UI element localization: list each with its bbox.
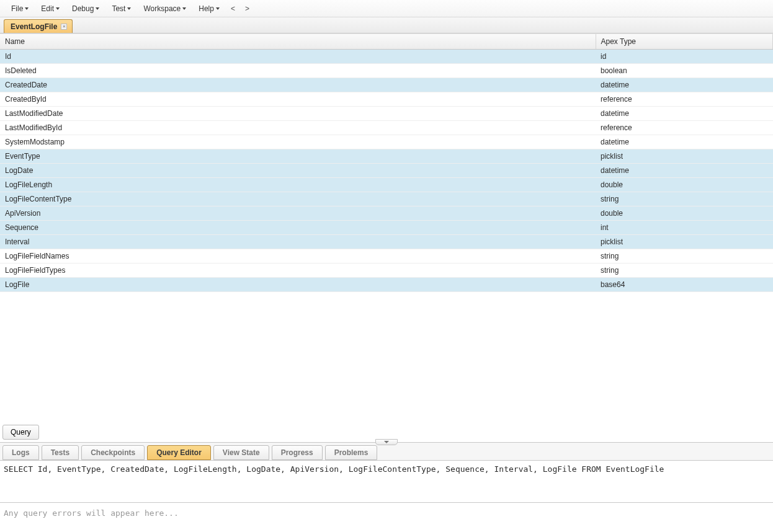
cell-name: LogFileContentType xyxy=(0,192,596,206)
menu-workspace[interactable]: Workspace xyxy=(137,2,192,16)
table-row[interactable]: Sequenceint xyxy=(0,221,773,235)
tab-title: EventLogFile xyxy=(11,22,57,31)
cell-name: LogFile xyxy=(0,278,596,292)
nav-forward-button[interactable]: > xyxy=(240,2,254,16)
cell-apextype: string xyxy=(596,249,773,264)
cell-apextype: int xyxy=(596,221,773,235)
cell-apextype: datetime xyxy=(596,135,773,149)
cell-name: LogFileFieldTypes xyxy=(0,264,596,278)
editor-tabstrip: EventLogFile × xyxy=(0,17,773,33)
cell-name: Sequence xyxy=(0,221,596,235)
table-row[interactable]: LogFileContentTypestring xyxy=(0,192,773,206)
cell-apextype: datetime xyxy=(596,107,773,121)
cell-apextype: double xyxy=(596,178,773,192)
bottom-tab-logs[interactable]: Logs xyxy=(2,445,39,460)
bottom-tab-progress[interactable]: Progress xyxy=(272,445,323,460)
table-row[interactable]: ApiVersiondouble xyxy=(0,206,773,221)
splitter-handle[interactable] xyxy=(375,439,398,445)
cell-apextype: picklist xyxy=(596,149,773,164)
bottom-tab-query-editor[interactable]: Query Editor xyxy=(147,445,211,460)
cell-name: IsDeleted xyxy=(0,64,596,78)
table-row[interactable]: Intervalpicklist xyxy=(0,235,773,249)
caret-icon xyxy=(25,7,29,10)
caret-icon xyxy=(96,7,99,10)
cell-apextype: double xyxy=(596,206,773,221)
cell-name: LogFileLength xyxy=(0,178,596,192)
cell-apextype: base64 xyxy=(596,278,773,292)
cell-apextype: string xyxy=(596,192,773,206)
cell-apextype: reference xyxy=(596,92,773,107)
menubar: File Edit Debug Test Workspace Help < > xyxy=(0,0,773,17)
column-header-name[interactable]: Name xyxy=(0,34,596,50)
tab-eventlogfile[interactable]: EventLogFile × xyxy=(4,19,73,33)
caret-icon xyxy=(56,7,60,10)
table-row[interactable]: IsDeletedboolean xyxy=(0,64,773,78)
cell-name: Interval xyxy=(0,235,596,249)
bottom-panel: LogsTestsCheckpointsQuery EditorView Sta… xyxy=(0,442,773,532)
table-row[interactable]: LogFileFieldNamesstring xyxy=(0,249,773,264)
cell-apextype: string xyxy=(596,264,773,278)
cell-name: ApiVersion xyxy=(0,206,596,221)
cell-name: CreatedDate xyxy=(0,78,596,92)
table-row[interactable]: LastModifiedByIdreference xyxy=(0,121,773,135)
table-row[interactable]: LastModifiedDatedatetime xyxy=(0,107,773,121)
table-row[interactable]: LogFileLengthdouble xyxy=(0,178,773,192)
bottom-tab-problems[interactable]: Problems xyxy=(325,445,378,460)
bottom-tab-view-state[interactable]: View State xyxy=(213,445,269,460)
cell-name: Id xyxy=(0,50,596,64)
bottom-tab-tests[interactable]: Tests xyxy=(42,445,79,460)
cell-name: EventType xyxy=(0,149,596,164)
menu-help[interactable]: Help xyxy=(192,2,226,16)
query-button[interactable]: Query xyxy=(2,425,39,440)
bottom-tab-checkpoints[interactable]: Checkpoints xyxy=(81,445,145,460)
table-row[interactable]: CreatedDatedatetime xyxy=(0,78,773,92)
cell-name: LogDate xyxy=(0,164,596,178)
cell-apextype: datetime xyxy=(596,164,773,178)
cell-name: LastModifiedDate xyxy=(0,107,596,121)
caret-icon xyxy=(127,7,131,10)
cell-apextype: boolean xyxy=(596,64,773,78)
menu-debug[interactable]: Debug xyxy=(66,2,105,16)
table-row[interactable]: EventTypepicklist xyxy=(0,149,773,164)
table-row[interactable]: LogFileFieldTypesstring xyxy=(0,264,773,278)
cell-name: LogFileFieldNames xyxy=(0,249,596,264)
cell-apextype: id xyxy=(596,50,773,64)
cell-apextype: picklist xyxy=(596,235,773,249)
fields-table-wrap[interactable]: Name Apex Type IdidIsDeletedbooleanCreat… xyxy=(0,33,773,422)
menu-edit[interactable]: Edit xyxy=(35,2,66,16)
cell-name: SystemModstamp xyxy=(0,135,596,149)
cell-name: CreatedById xyxy=(0,92,596,107)
caret-icon xyxy=(216,7,220,10)
cell-name: LastModifiedById xyxy=(0,121,596,135)
table-row[interactable]: LogDatedatetime xyxy=(0,164,773,178)
fields-table: Name Apex Type IdidIsDeletedbooleanCreat… xyxy=(0,34,773,292)
query-errors-area: Any query errors will appear here... xyxy=(0,505,773,532)
chevron-down-icon xyxy=(384,441,389,443)
caret-icon xyxy=(182,7,186,10)
table-row[interactable]: CreatedByIdreference xyxy=(0,92,773,107)
table-row[interactable]: SystemModstampdatetime xyxy=(0,135,773,149)
bottom-tabs: LogsTestsCheckpointsQuery EditorView Sta… xyxy=(0,443,773,461)
column-header-apextype[interactable]: Apex Type xyxy=(596,34,773,50)
table-row[interactable]: Idid xyxy=(0,50,773,64)
table-row[interactable]: LogFilebase64 xyxy=(0,278,773,292)
tab-close-icon[interactable]: × xyxy=(61,24,67,30)
query-editor-textarea[interactable] xyxy=(0,461,773,503)
menu-file[interactable]: File xyxy=(5,2,35,16)
menu-test[interactable]: Test xyxy=(105,2,137,16)
nav-back-button[interactable]: < xyxy=(226,2,240,16)
cell-apextype: datetime xyxy=(596,78,773,92)
cell-apextype: reference xyxy=(596,121,773,135)
